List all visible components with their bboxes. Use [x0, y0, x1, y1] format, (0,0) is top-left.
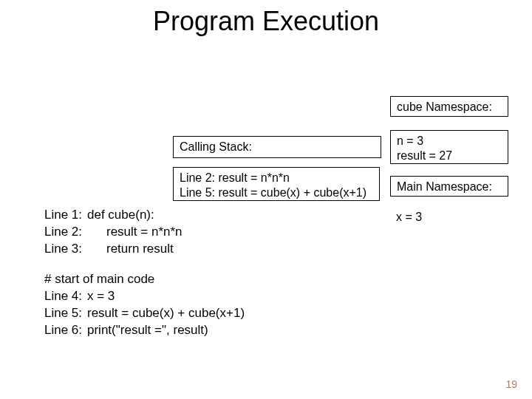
main-namespace-x: x = 3	[390, 207, 508, 228]
calling-line5: Line 5: result = cube(x) + cube(x+1)	[180, 185, 373, 200]
main-namespace-label: Main Namespace:	[390, 176, 508, 197]
line-label: Line 5:	[44, 305, 87, 322]
line-label: Line 4:	[44, 288, 87, 305]
code-comment: # start of main code	[44, 271, 245, 288]
code-line-5: result = cube(x) + cube(x+1)	[87, 306, 245, 320]
code-line-2: result = n*n*n	[106, 225, 183, 239]
line-label: Line 6:	[44, 322, 87, 339]
line-label: Line 1:	[44, 207, 87, 224]
calling-stack-label: Calling Stack:	[173, 136, 381, 158]
code-line-1: def cube(n):	[87, 208, 154, 222]
code-block: Line 1:def cube(n): Line 2:result = n*n*…	[44, 207, 245, 339]
line-label: Line 3:	[44, 241, 87, 258]
code-line-4: x = 3	[87, 289, 115, 303]
code-line-3: return result	[106, 242, 174, 256]
slide-title: Program Execution	[0, 6, 532, 37]
cube-namespace-values: n = 3 result = 27	[390, 130, 508, 164]
calling-stack-body: Line 2: result = n*n*n Line 5: result = …	[173, 167, 380, 201]
code-line-6: print("result =", result)	[87, 323, 208, 337]
slide-number: 19	[505, 378, 517, 390]
line-label: Line 2:	[44, 224, 87, 241]
cube-namespace-label: cube Namespace:	[390, 96, 508, 117]
calling-line2: Line 2: result = n*n*n	[180, 171, 373, 185]
cube-result: result = 27	[397, 149, 502, 163]
cube-n: n = 3	[397, 134, 502, 149]
